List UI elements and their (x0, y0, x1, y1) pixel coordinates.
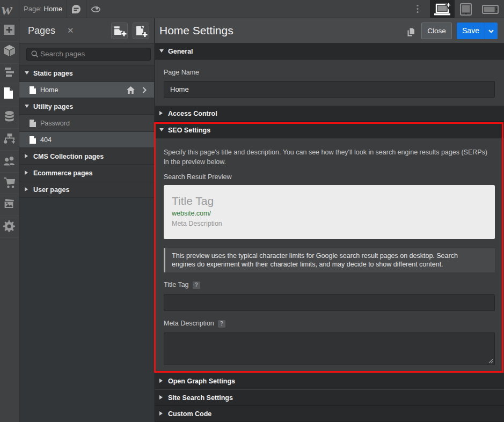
svg-text:w: w (2, 0, 13, 18)
